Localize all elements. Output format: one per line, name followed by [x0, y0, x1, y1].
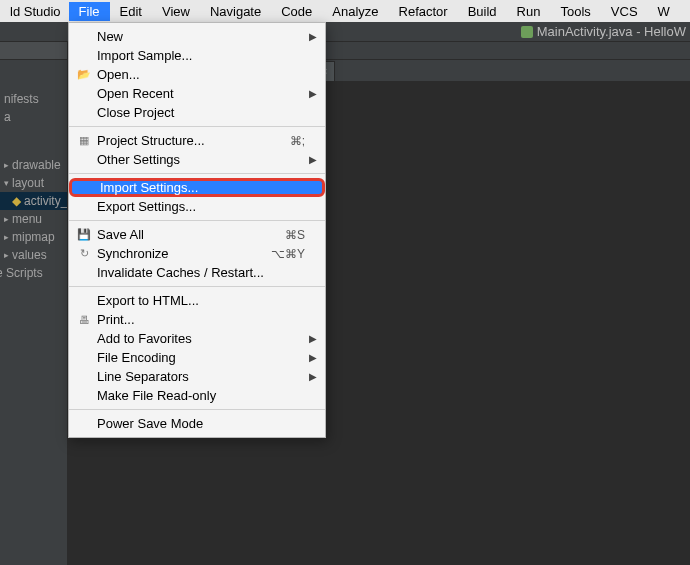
menu-item-other-settings[interactable]: Other Settings▶ [69, 150, 325, 169]
menu-item-open[interactable]: 📂Open... [69, 65, 325, 84]
save-icon: 💾 [77, 228, 91, 241]
proj-icon: ▦ [77, 134, 91, 147]
tree-item[interactable]: nifests [0, 90, 67, 108]
submenu-arrow-icon: ▶ [309, 333, 317, 344]
menu-item-import-sample[interactable]: Import Sample... [69, 46, 325, 65]
tree-item[interactable]: ▾layout [0, 174, 67, 192]
app-name: ld Studio [2, 4, 69, 19]
print-icon: 🖶 [77, 314, 91, 326]
menu-item-label: Line Separators [97, 369, 189, 384]
menu-refactor[interactable]: Refactor [389, 2, 458, 21]
menu-item-close-project[interactable]: Close Project [69, 103, 325, 122]
sync-icon: ↻ [77, 247, 91, 260]
menu-item-label: Add to Favorites [97, 331, 192, 346]
menu-navigate[interactable]: Navigate [200, 2, 271, 21]
submenu-arrow-icon: ▶ [309, 371, 317, 382]
menu-item-new[interactable]: New▶ [69, 27, 325, 46]
project-sidebar: nifests a ▸drawable ▾layout ◆activity_ ▸… [0, 42, 68, 565]
tree-item[interactable]: ▸menu [0, 210, 67, 228]
chevron-down-icon: ▾ [4, 178, 9, 188]
menu-item-label: Synchronize [97, 246, 169, 261]
menu-item-label: Invalidate Caches / Restart... [97, 265, 264, 280]
menu-item-file-encoding[interactable]: File Encoding▶ [69, 348, 325, 367]
menu-item-print[interactable]: 🖶Print... [69, 310, 325, 329]
menu-item-label: Save All [97, 227, 144, 242]
menu-build[interactable]: Build [458, 2, 507, 21]
menu-item-open-recent[interactable]: Open Recent▶ [69, 84, 325, 103]
menu-item-label: Project Structure... [97, 133, 205, 148]
shortcut-label: ⌘; [290, 134, 305, 148]
menu-separator [69, 173, 325, 174]
menu-view[interactable]: View [152, 2, 200, 21]
tree-item[interactable]: ▸mipmap [0, 228, 67, 246]
tree-item[interactable]: ▸drawable [0, 156, 67, 174]
folder-icon: 📂 [77, 68, 91, 81]
tree-item[interactable]: ◆activity_ [0, 192, 67, 210]
menu-separator [69, 126, 325, 127]
menu-item-save-all[interactable]: 💾Save All⌘S [69, 225, 325, 244]
menu-item-label: Open... [97, 67, 140, 82]
shortcut-label: ⌥⌘Y [271, 247, 305, 261]
chevron-right-icon: ▸ [4, 232, 9, 242]
tree-item[interactable]: ▸values [0, 246, 67, 264]
menu-edit[interactable]: Edit [110, 2, 152, 21]
xml-file-icon: ◆ [12, 194, 21, 208]
menu-item-label: Open Recent [97, 86, 174, 101]
submenu-arrow-icon: ▶ [309, 88, 317, 99]
menu-separator [69, 409, 325, 410]
menu-item-label: Export to HTML... [97, 293, 199, 308]
sidebar-header [0, 42, 67, 60]
menu-run[interactable]: Run [507, 2, 551, 21]
menu-item-label: Import Sample... [97, 48, 192, 63]
tree-item[interactable]: e Scripts [0, 264, 67, 282]
menu-item-label: Import Settings... [100, 180, 198, 195]
menu-item-export-to-html[interactable]: Export to HTML... [69, 291, 325, 310]
shortcut-label: ⌘S [285, 228, 305, 242]
menu-item-synchronize[interactable]: ↻Synchronize⌥⌘Y [69, 244, 325, 263]
menu-item-line-separators[interactable]: Line Separators▶ [69, 367, 325, 386]
menu-item-label: New [97, 29, 123, 44]
menu-analyze[interactable]: Analyze [322, 2, 388, 21]
menu-item-label: Other Settings [97, 152, 180, 167]
menu-item-label: Export Settings... [97, 199, 196, 214]
menubar: ld Studio File Edit View Navigate Code A… [0, 0, 690, 22]
menu-tools[interactable]: Tools [550, 2, 600, 21]
chevron-right-icon: ▸ [4, 250, 9, 260]
menu-item-export-settings[interactable]: Export Settings... [69, 197, 325, 216]
menu-item-label: Close Project [97, 105, 174, 120]
submenu-arrow-icon: ▶ [309, 352, 317, 363]
submenu-arrow-icon: ▶ [309, 31, 317, 42]
menu-separator [69, 286, 325, 287]
menu-item-power-save-mode[interactable]: Power Save Mode [69, 414, 325, 433]
chevron-right-icon: ▸ [4, 160, 9, 170]
menu-item-label: Print... [97, 312, 135, 327]
chevron-right-icon: ▸ [4, 214, 9, 224]
menu-item-import-settings[interactable]: Import Settings... [69, 178, 325, 197]
menu-item-label: Make File Read-only [97, 388, 216, 403]
menu-item-project-structure[interactable]: ▦Project Structure...⌘; [69, 131, 325, 150]
menu-vcs[interactable]: VCS [601, 2, 648, 21]
menu-file[interactable]: File [69, 2, 110, 21]
submenu-arrow-icon: ▶ [309, 154, 317, 165]
tree-item[interactable]: a [0, 108, 67, 126]
window-tab-icon [521, 26, 533, 38]
menu-code[interactable]: Code [271, 2, 322, 21]
menu-item-make-file-read-only[interactable]: Make File Read-only [69, 386, 325, 405]
menu-separator [69, 220, 325, 221]
menu-item-label: File Encoding [97, 350, 176, 365]
menu-w[interactable]: W [648, 2, 680, 21]
menu-item-add-to-favorites[interactable]: Add to Favorites▶ [69, 329, 325, 348]
file-menu-dropdown: New▶Import Sample...📂Open...Open Recent▶… [68, 22, 326, 438]
menu-item-invalidate-caches-restart[interactable]: Invalidate Caches / Restart... [69, 263, 325, 282]
window-tab-label[interactable]: MainActivity.java - HelloW [537, 24, 686, 39]
menu-item-label: Power Save Mode [97, 416, 203, 431]
